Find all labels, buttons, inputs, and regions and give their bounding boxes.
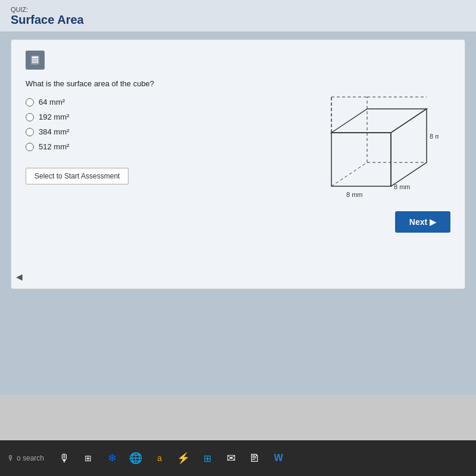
search-mic-icon: 🎙 bbox=[7, 454, 14, 462]
taskbar-amazon-icon[interactable]: a bbox=[150, 449, 169, 468]
option-a[interactable]: 64 mm² bbox=[26, 98, 204, 107]
next-button-wrapper: Next ▶ bbox=[26, 211, 450, 233]
svg-rect-4 bbox=[36, 60, 38, 61]
cube-svg: 8 mm 8 mm 8 mm bbox=[308, 85, 439, 198]
quiz-label: QUIZ: bbox=[11, 6, 465, 13]
taskbar-windows-icon[interactable]: ⊞ bbox=[198, 449, 217, 468]
start-assessment-button[interactable]: Select to Start Assessment bbox=[26, 168, 129, 184]
question-layout: What is the surface area of the cube? 64… bbox=[26, 79, 450, 201]
svg-marker-8 bbox=[331, 133, 391, 186]
svg-rect-6 bbox=[35, 61, 36, 62]
quiz-card: What is the surface area of the cube? 64… bbox=[11, 39, 465, 289]
question-left: What is the surface area of the cube? 64… bbox=[26, 79, 204, 184]
option-a-label: 64 mm² bbox=[39, 98, 65, 107]
radio-c[interactable] bbox=[26, 128, 34, 136]
option-b-label: 192 mm² bbox=[39, 112, 69, 121]
header: QUIZ: Surface Area bbox=[0, 0, 476, 32]
svg-line-16 bbox=[331, 162, 367, 186]
quiz-title: Surface Area bbox=[11, 13, 465, 27]
taskbar-folder-icon[interactable]: 🖹 bbox=[245, 449, 264, 468]
calculator-icon bbox=[26, 51, 45, 70]
taskbar-mail-icon[interactable]: ✉ bbox=[221, 449, 240, 468]
taskbar-word-icon[interactable]: W bbox=[269, 449, 288, 468]
next-button[interactable]: Next ▶ bbox=[395, 211, 450, 233]
cube-diagram-area: 8 mm 8 mm 8 mm bbox=[296, 79, 450, 201]
svg-text:8 mm: 8 mm bbox=[430, 133, 439, 140]
calc-svg bbox=[30, 55, 40, 65]
radio-b[interactable] bbox=[26, 113, 34, 121]
svg-marker-9 bbox=[331, 109, 427, 133]
svg-rect-2 bbox=[32, 60, 34, 61]
search-text: o search bbox=[17, 454, 44, 462]
svg-text:8 mm: 8 mm bbox=[394, 183, 411, 190]
taskbar: 🎙 o search 🎙 ⊞ ❄ 🌐 a ⚡ ⊞ ✉ 🖹 W bbox=[0, 440, 476, 476]
options-list: 64 mm² 192 mm² 384 mm² 512 mm² bbox=[26, 98, 204, 151]
taskbar-edge-icon[interactable]: 🌐 bbox=[126, 449, 145, 468]
taskbar-search-area[interactable]: 🎙 o search bbox=[7, 454, 44, 462]
option-c[interactable]: 384 mm² bbox=[26, 127, 204, 136]
svg-rect-3 bbox=[35, 60, 36, 61]
option-c-label: 384 mm² bbox=[39, 127, 69, 136]
main-content: What is the surface area of the cube? 64… bbox=[0, 32, 476, 395]
radio-d[interactable] bbox=[26, 143, 34, 151]
svg-rect-7 bbox=[36, 61, 38, 62]
option-d-label: 512 mm² bbox=[39, 142, 69, 151]
radio-a[interactable] bbox=[26, 98, 34, 107]
svg-text:8 mm: 8 mm bbox=[346, 191, 363, 198]
back-arrow[interactable]: ◀ bbox=[16, 272, 23, 281]
svg-marker-10 bbox=[391, 109, 427, 186]
cube-svg-wrapper: 8 mm 8 mm 8 mm bbox=[308, 85, 439, 201]
taskbar-dropbox-icon[interactable]: ❄ bbox=[102, 449, 121, 468]
svg-rect-5 bbox=[32, 61, 34, 62]
taskbar-apps-icon[interactable]: ⊞ bbox=[79, 449, 98, 468]
question-text: What is the surface area of the cube? bbox=[26, 79, 204, 88]
taskbar-bolt-icon[interactable]: ⚡ bbox=[174, 449, 193, 468]
option-d[interactable]: 512 mm² bbox=[26, 142, 204, 151]
option-b[interactable]: 192 mm² bbox=[26, 112, 204, 121]
svg-rect-1 bbox=[32, 57, 39, 58]
taskbar-voice-icon[interactable]: 🎙 bbox=[55, 449, 74, 468]
